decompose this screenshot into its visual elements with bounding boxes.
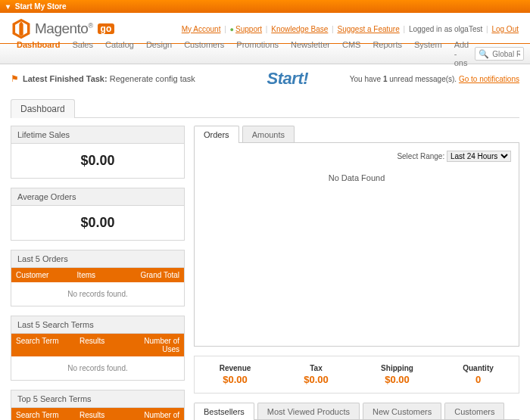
my-account-link[interactable]: My Account — [182, 25, 221, 33]
header: Magento® go My Account | ●Support | Know… — [0, 13, 530, 43]
logo-go-badge: go — [98, 23, 115, 34]
col-search-term: Search Term — [11, 334, 75, 356]
tab-new-customers[interactable]: New Customers — [363, 403, 441, 420]
range-label: Select Range: — [397, 152, 444, 160]
logo-text: Magento® — [35, 20, 93, 37]
panel-title: Last 5 Search Terms — [11, 316, 184, 334]
start-my-store-label: Start My Store — [15, 2, 67, 11]
flag-icon: ⚑ — [11, 73, 19, 84]
summary-shipping: Shipping$0.00 — [357, 356, 438, 393]
unread-messages: You have 1 unread message(s). Go to noti… — [350, 75, 519, 83]
average-orders-panel: Average Orders $0.00 — [11, 188, 185, 241]
col-num-uses: Number of Uses — [120, 408, 184, 420]
logged-in-as: Logged in as olgaTest — [409, 25, 482, 33]
bottom-tabs: BestsellersMost Viewed ProductsNew Custo… — [194, 403, 519, 420]
page-title: Dashboard — [11, 99, 75, 118]
chevron-down-icon: ▾ — [6, 0, 10, 13]
empty-message: No records found. — [11, 356, 184, 380]
range-select[interactable]: Last 24 Hours — [447, 151, 511, 162]
tab-orders[interactable]: Orders — [194, 126, 239, 143]
empty-message: No records found. — [11, 282, 184, 306]
panel-title: Average Orders — [11, 188, 184, 206]
col-items: Items — [73, 268, 123, 282]
start-my-store-bar[interactable]: ▾ Start My Store — [0, 0, 530, 13]
no-data-message: No Data Found — [202, 173, 511, 182]
summary-label: Shipping — [360, 364, 435, 372]
nav-item-promotions[interactable]: Promotions — [230, 40, 285, 67]
average-orders-value: $0.00 — [17, 215, 178, 231]
start-button[interactable]: Start! — [237, 69, 308, 89]
nav-item-system[interactable]: System — [408, 40, 448, 67]
summary-label: Quantity — [441, 364, 516, 372]
summary-quantity: Quantity0 — [438, 356, 519, 393]
col-grand-total: Grand Total — [123, 268, 184, 282]
chart-panel: Select Range: Last 24 Hours No Data Foun… — [194, 142, 519, 347]
summary-label: Revenue — [198, 364, 273, 372]
nav-item-cms[interactable]: CMS — [336, 40, 366, 67]
summary-tax: Tax$0.00 — [276, 356, 357, 393]
suggest-feature-link[interactable]: Suggest a Feature — [337, 25, 399, 33]
summary-label: Tax — [279, 364, 354, 372]
bottom-tabs-section: BestsellersMost Viewed ProductsNew Custo… — [194, 403, 519, 420]
lifetime-sales-value: $0.00 — [17, 153, 178, 169]
top5-search-panel: Top 5 Search Terms Search Term Results N… — [11, 390, 185, 420]
summary-value: $0.00 — [360, 374, 435, 385]
status-dot-icon: ● — [230, 26, 234, 33]
panel-title: Last 5 Orders — [11, 250, 184, 268]
nav-item-catalog[interactable]: Catalog — [99, 40, 140, 67]
page-title-bar: Dashboard — [11, 99, 519, 118]
col-search-term: Search Term — [11, 408, 75, 420]
global-search-input[interactable] — [492, 50, 520, 58]
knowledge-base-link[interactable]: Knowledge Base — [271, 25, 328, 33]
chart-tabs: OrdersAmounts — [194, 126, 519, 143]
summary-revenue: Revenue$0.00 — [195, 356, 276, 393]
dashboard-left-column: Lifetime Sales $0.00 Average Orders $0.0… — [11, 126, 185, 420]
summary-value: $0.00 — [279, 374, 354, 385]
range-selector: Select Range: Last 24 Hours — [397, 151, 511, 162]
tab-bestsellers[interactable]: Bestsellers — [194, 403, 254, 420]
content: Lifetime Sales $0.00 Average Orders $0.0… — [0, 126, 530, 420]
nav-item-sales[interactable]: Sales — [66, 40, 99, 67]
panel-title: Top 5 Search Terms — [11, 390, 184, 408]
nav-item-newsletter[interactable]: Newsletter — [285, 40, 336, 67]
summary-value: $0.00 — [198, 374, 273, 385]
last5-orders-panel: Last 5 Orders Customer Items Grand Total… — [11, 250, 185, 306]
col-customer: Customer — [11, 268, 73, 282]
tab-customers[interactable]: Customers — [444, 403, 504, 420]
table-header-row: Customer Items Grand Total — [11, 268, 184, 282]
table-header-row: Search Term Results Number of Uses — [11, 334, 184, 356]
tab-amounts[interactable]: Amounts — [242, 126, 295, 143]
nav-item-add-ons[interactable]: Add - ons — [448, 40, 475, 67]
last5-search-panel: Last 5 Search Terms Search Term Results … — [11, 316, 185, 381]
search-icon: 🔍 — [479, 49, 489, 59]
support-link[interactable]: Support — [235, 25, 262, 33]
header-links: My Account | ●Support | Knowledge Base |… — [181, 25, 519, 33]
global-search[interactable]: 🔍 — [475, 47, 524, 61]
lifetime-sales-panel: Lifetime Sales $0.00 — [11, 126, 185, 179]
log-out-link[interactable]: Log Out — [491, 25, 519, 33]
logo[interactable]: Magento® go — [11, 17, 114, 40]
panel-title: Lifetime Sales — [11, 126, 184, 144]
dashboard-right-column: OrdersAmounts Select Range: Last 24 Hour… — [194, 126, 519, 420]
tab-most-viewed-products[interactable]: Most Viewed Products — [257, 403, 360, 420]
nav-item-dashboard[interactable]: Dashboard — [11, 40, 66, 67]
main-nav: DashboardSalesCatalogDesignCustomersProm… — [0, 43, 530, 64]
col-results: Results — [75, 408, 120, 420]
notifications-link[interactable]: Go to notifications — [459, 75, 519, 83]
summary-stats: Revenue$0.00Tax$0.00Shipping$0.00Quantit… — [194, 356, 519, 394]
col-num-uses: Number of Uses — [120, 334, 184, 356]
magento-logo-icon — [11, 17, 32, 40]
message-bar: ⚑ Latest Finished Task: Regenerate confi… — [0, 64, 530, 93]
summary-value: 0 — [441, 374, 516, 385]
nav-item-customers[interactable]: Customers — [178, 40, 230, 67]
nav-item-reports[interactable]: Reports — [366, 40, 408, 67]
table-header-row: Search Term Results Number of Uses — [11, 408, 184, 420]
latest-task: Latest Finished Task: Regenerate config … — [23, 74, 195, 83]
nav-item-design[interactable]: Design — [140, 40, 178, 67]
col-results: Results — [75, 334, 120, 356]
